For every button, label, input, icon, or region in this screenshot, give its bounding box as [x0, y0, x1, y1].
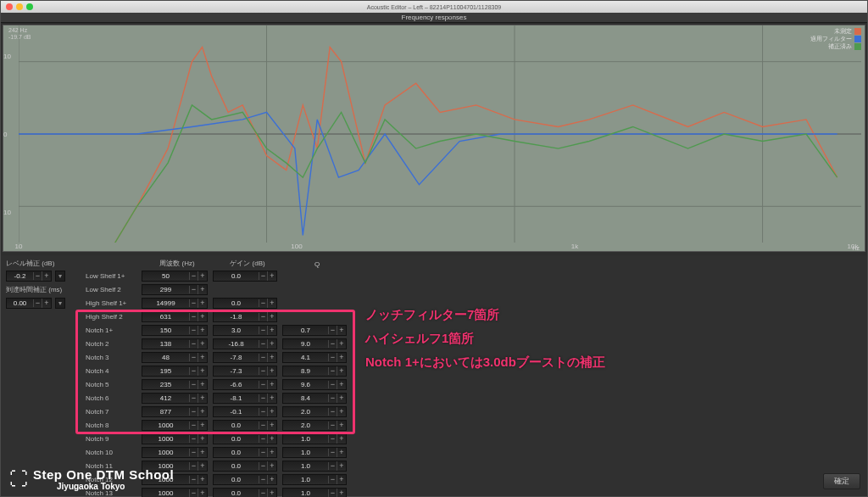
gain-input[interactable]: 3.0−+: [213, 325, 277, 336]
increment-button[interactable]: +: [198, 448, 207, 457]
increment-button[interactable]: +: [268, 339, 276, 349]
increment-button[interactable]: +: [268, 421, 276, 430]
freq-input[interactable]: 299−+: [142, 284, 208, 295]
decrement-button[interactable]: −: [190, 326, 198, 335]
increment-button[interactable]: +: [268, 271, 276, 281]
gain-input[interactable]: 0.0−+: [213, 433, 277, 444]
decrement-button[interactable]: −: [190, 285, 198, 294]
increment-button[interactable]: +: [198, 271, 207, 281]
freq-input[interactable]: 877−+: [142, 406, 208, 417]
decrement-button[interactable]: −: [329, 421, 337, 430]
decrement-button[interactable]: −: [190, 312, 198, 321]
decrement-button[interactable]: −: [259, 407, 268, 416]
increment-button[interactable]: +: [42, 299, 51, 308]
increment-button[interactable]: +: [42, 271, 51, 281]
decrement-button[interactable]: −: [259, 394, 268, 403]
decrement-button[interactable]: −: [329, 461, 337, 471]
decrement-button[interactable]: −: [190, 448, 198, 457]
q-input[interactable]: 4.1−+: [282, 352, 347, 363]
gain-input[interactable]: -1.8−+: [213, 311, 277, 322]
decrement-button[interactable]: −: [190, 299, 198, 308]
gain-input[interactable]: 0.0−+: [213, 447, 277, 458]
decrement-button[interactable]: −: [329, 489, 337, 497]
plot-area[interactable]: [19, 25, 861, 243]
freq-input[interactable]: 150−+: [142, 325, 208, 336]
q-input[interactable]: 1.0−+: [282, 447, 347, 458]
freq-input[interactable]: 412−+: [142, 393, 208, 404]
decrement-button[interactable]: −: [190, 366, 198, 376]
increment-button[interactable]: +: [198, 353, 207, 362]
gain-input[interactable]: 0.0−+: [213, 420, 277, 431]
gain-input[interactable]: 0.0−+: [213, 298, 277, 309]
decrement-button[interactable]: −: [329, 380, 337, 389]
decrement-button[interactable]: −: [259, 461, 268, 471]
increment-button[interactable]: +: [198, 366, 207, 376]
decrement-button[interactable]: −: [329, 448, 337, 457]
q-input[interactable]: 1.0−+: [282, 433, 347, 444]
freq-input[interactable]: 48−+: [142, 352, 208, 363]
decrement-button[interactable]: −: [190, 271, 198, 281]
increment-button[interactable]: +: [268, 434, 276, 444]
decrement-button[interactable]: −: [190, 421, 198, 430]
decrement-button[interactable]: −: [329, 407, 337, 416]
increment-button[interactable]: +: [198, 380, 207, 389]
decrement-button[interactable]: −: [259, 448, 268, 457]
decrement-button[interactable]: −: [190, 407, 198, 416]
decrement-button[interactable]: −: [329, 339, 337, 349]
increment-button[interactable]: +: [198, 407, 207, 416]
increment-button[interactable]: +: [268, 461, 276, 471]
confirm-button[interactable]: 確定: [823, 473, 860, 489]
q-input[interactable]: 9.6−+: [282, 379, 347, 390]
decrement-button[interactable]: −: [259, 299, 268, 308]
increment-button[interactable]: +: [337, 489, 346, 497]
increment-button[interactable]: +: [337, 475, 346, 484]
increment-button[interactable]: +: [198, 461, 207, 471]
gain-input[interactable]: -16.8−+: [213, 338, 277, 349]
increment-button[interactable]: +: [268, 326, 276, 335]
increment-button[interactable]: +: [268, 353, 276, 362]
decrement-button[interactable]: −: [259, 339, 268, 349]
increment-button[interactable]: +: [337, 434, 346, 444]
freq-input[interactable]: 235−+: [142, 379, 208, 390]
q-input[interactable]: 0.7−+: [282, 325, 347, 336]
gain-input[interactable]: -7.3−+: [213, 366, 277, 377]
gain-input[interactable]: -6.6−+: [213, 379, 277, 390]
gain-input[interactable]: 0.0−+: [213, 461, 277, 472]
increment-button[interactable]: +: [268, 366, 276, 376]
increment-button[interactable]: +: [198, 489, 207, 497]
dropdown-icon[interactable]: ▾: [55, 298, 65, 309]
decrement-button[interactable]: −: [190, 339, 198, 349]
increment-button[interactable]: +: [198, 421, 207, 430]
increment-button[interactable]: +: [268, 407, 276, 416]
decrement-button[interactable]: −: [34, 271, 42, 281]
increment-button[interactable]: +: [337, 461, 346, 471]
q-input[interactable]: 8.9−+: [282, 366, 347, 377]
decrement-button[interactable]: −: [329, 434, 337, 444]
decrement-button[interactable]: −: [259, 434, 268, 444]
increment-button[interactable]: +: [198, 326, 207, 335]
increment-button[interactable]: +: [268, 394, 276, 403]
decrement-button[interactable]: −: [259, 421, 268, 430]
increment-button[interactable]: +: [337, 448, 346, 457]
increment-button[interactable]: +: [337, 353, 346, 362]
gain-input[interactable]: 0.0−+: [213, 488, 277, 497]
decrement-button[interactable]: −: [190, 475, 198, 484]
increment-button[interactable]: +: [198, 394, 207, 403]
decrement-button[interactable]: −: [329, 326, 337, 335]
freq-input[interactable]: 50−+: [142, 271, 208, 282]
decrement-button[interactable]: −: [259, 489, 268, 497]
decrement-button[interactable]: −: [259, 366, 268, 376]
dropdown-icon[interactable]: ▾: [55, 271, 65, 282]
decrement-button[interactable]: −: [190, 353, 198, 362]
level-correction-input[interactable]: -0.2−+: [6, 271, 52, 282]
freq-input[interactable]: 14999−+: [142, 298, 208, 309]
decrement-button[interactable]: −: [329, 366, 337, 376]
decrement-button[interactable]: −: [259, 326, 268, 335]
gain-input[interactable]: -8.1−+: [213, 393, 277, 404]
increment-button[interactable]: +: [198, 299, 207, 308]
decrement-button[interactable]: −: [259, 271, 268, 281]
increment-button[interactable]: +: [337, 339, 346, 349]
increment-button[interactable]: +: [268, 489, 276, 497]
q-input[interactable]: 2.0−+: [282, 406, 347, 417]
freq-input[interactable]: 138−+: [142, 338, 208, 349]
